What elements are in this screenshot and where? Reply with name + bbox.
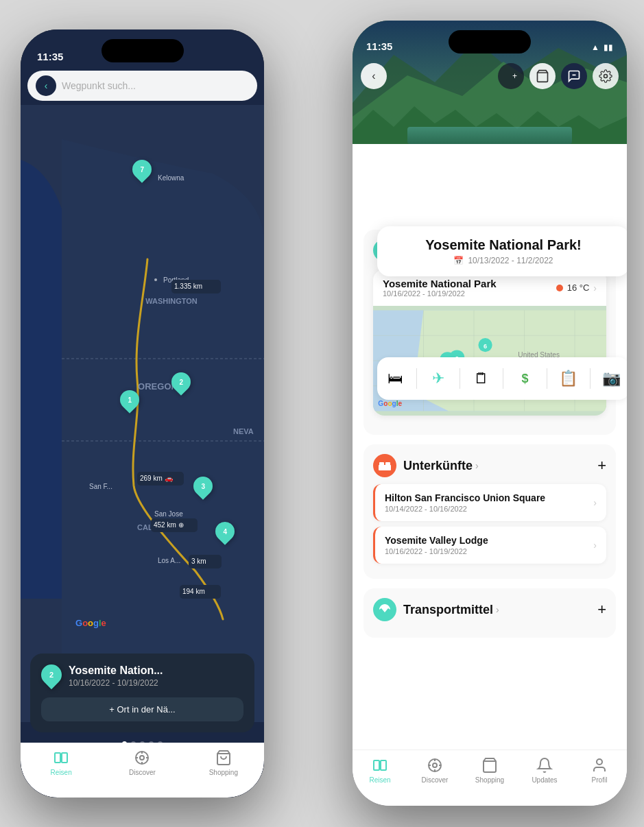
map-pin-7[interactable]: 7 (132, 160, 152, 179)
updates-icon-right (536, 757, 553, 774)
profil-icon-right (591, 757, 608, 774)
shopping-icon-left (215, 750, 232, 766)
cart-button[interactable] (529, 63, 556, 89)
transport-title: Transportmittel (403, 603, 493, 617)
svg-text:Los A...: Los A... (158, 557, 180, 564)
back-button-right[interactable]: ‹ (361, 63, 387, 89)
moon-plus-button[interactable]: + (498, 63, 524, 89)
svg-text:1.335 km: 1.335 km (174, 283, 202, 290)
svg-text:6: 6 (484, 343, 487, 350)
right-scroll-content[interactable]: Yosemite National Park! 📅 10/13/2022 - 1… (353, 21, 627, 750)
map-pin-1[interactable]: 1 (120, 390, 139, 409)
nav-label-shopping-right: Shopping (475, 776, 504, 784)
nav-label-profil-right: Profil (592, 776, 608, 784)
svg-text:Kelowna: Kelowna (158, 174, 184, 182)
svg-point-69 (433, 763, 437, 767)
svg-text:3 km: 3 km (191, 558, 206, 565)
nav-item-profil-right[interactable]: Profil (572, 757, 627, 784)
svg-text:452 km ⊕: 452 km ⊕ (154, 521, 184, 529)
search-input-left[interactable]: Wegpunkt such... (62, 80, 136, 91)
dynamic-island-left (102, 39, 184, 62)
svg-text:+: + (512, 71, 517, 81)
nav-label-discover-left: Discover (129, 769, 156, 776)
top-bar-icons: + (498, 63, 619, 89)
nav-label-updates-right: Updates (532, 776, 557, 784)
svg-text:NEVA: NEVA (233, 427, 254, 435)
accommodation-2-info: Yosemite Valley Lodge 10/16/2022 - 10/19… (385, 535, 488, 555)
icons-toolbar: 🛏 ✈ 🗒 $ 📋 📷 (377, 357, 627, 400)
accommodations-section: Unterkünfte › + Hilton San Francisco Uni… (363, 444, 616, 579)
nav-item-reisen-left[interactable]: Reisen (21, 750, 102, 776)
svg-point-75 (597, 759, 602, 765)
chat-button[interactable] (561, 63, 587, 89)
status-icons-right: ▲ ▮▮ (591, 43, 613, 52)
nav-label-shopping-left: Shopping (209, 769, 238, 776)
bottom-nav-right: Reisen Discover (353, 750, 627, 806)
flight-icon-btn[interactable]: ✈ (424, 364, 453, 393)
title-card: Yosemite National Park! 📅 10/13/2022 - 1… (377, 226, 627, 276)
search-bar-left[interactable]: ‹ Wegpunkt such... (27, 71, 257, 101)
budget-icon-btn[interactable]: $ (511, 364, 540, 393)
notes-icon-btn[interactable]: 🗒 (467, 364, 496, 393)
pin-number-2: 2 (41, 664, 62, 689)
calendar-icon: 📅 (453, 256, 464, 265)
phones-container: OREGON WASHINGTON NEVA CAL Portland San … (0, 0, 644, 827)
time-right: 11:35 (366, 40, 392, 52)
weather-temp: 16 °C (567, 283, 590, 293)
nav-label-discover-right: Discover (422, 776, 449, 784)
wifi-icon: ▲ (591, 43, 599, 52)
transport-chevron: › (496, 604, 499, 615)
accommodation-1-name: Hilton San Francisco Union Square (385, 492, 545, 503)
svg-rect-65 (385, 462, 390, 466)
discover-icon-right (427, 757, 443, 774)
nav-item-reisen-right[interactable]: Reisen (353, 757, 407, 784)
accommodation-2-chevron: › (593, 540, 597, 551)
svg-point-39 (604, 75, 608, 78)
back-button-left[interactable]: ‹ (36, 75, 56, 96)
svg-point-28 (140, 756, 144, 760)
svg-rect-67 (381, 760, 386, 770)
settings-button[interactable] (593, 63, 619, 89)
battery-icon: ▮▮ (604, 43, 613, 52)
reisen-icon-right (372, 757, 388, 774)
left-phone: OREGON WASHINGTON NEVA CAL Portland San … (21, 29, 264, 798)
trip-title: Yosemite National Park! (391, 237, 616, 253)
nearby-button[interactable]: + Ort in der Nä... (41, 697, 243, 721)
nav-label-reisen-left: Reisen (51, 769, 72, 776)
accommodation-1-dates: 10/14/2022 - 10/16/2022 (385, 505, 545, 513)
shopping-icon-right (481, 757, 498, 774)
accommodation-item-1[interactable]: Hilton San Francisco Union Square 10/14/… (373, 484, 606, 521)
map-card-title: Yosemite National Park (383, 278, 497, 289)
divider-1 (416, 368, 417, 389)
map-pin-2[interactable]: 2 (171, 372, 191, 392)
nav-item-discover-right[interactable]: Discover (407, 757, 462, 784)
nav-label-reisen-right: Reisen (369, 776, 390, 784)
svg-text:269 km 🚗: 269 km 🚗 (140, 474, 174, 483)
weather-dot (556, 285, 563, 291)
accommodation-item-2[interactable]: Yosemite Valley Lodge 10/16/2022 - 10/19… (373, 527, 606, 564)
map-pin-3[interactable]: 3 (193, 477, 213, 496)
map-pin-4[interactable]: 4 (215, 522, 235, 541)
nav-item-discover-left[interactable]: Discover (102, 750, 182, 776)
nav-item-shopping-right[interactable]: Shopping (462, 757, 517, 784)
bottom-card-left: 2 Yosemite Nation... 10/16/2022 - 10/19/… (30, 654, 254, 732)
right-top-bar: ‹ + (353, 58, 627, 95)
accommodations-chevron: › (475, 460, 479, 471)
photos-icon-btn[interactable]: 📷 (597, 364, 626, 393)
svg-text:Google: Google (75, 618, 106, 628)
trip-dates: 📅 10/13/2022 - 11/2/2022 (391, 256, 616, 265)
transport-plus[interactable]: + (597, 601, 606, 619)
map-card-dates: 10/16/2022 - 10/19/2022 (383, 289, 497, 298)
docs-icon-btn[interactable]: 📋 (554, 364, 583, 393)
divider-2 (460, 368, 460, 389)
location-info: 2 Yosemite Nation... 10/16/2022 - 10/19/… (41, 664, 243, 689)
accommodation-2-name: Yosemite Valley Lodge (385, 535, 488, 546)
accommodation-icon-btn[interactable]: 🛏 (381, 364, 409, 393)
nav-item-updates-right[interactable]: Updates (517, 757, 572, 784)
accommodations-plus[interactable]: + (597, 457, 606, 475)
nav-item-shopping-left[interactable]: Shopping (183, 750, 264, 776)
map-card-header-right: 16 °C › (556, 283, 597, 293)
accommodations-title: Unterkünfte (403, 459, 473, 473)
divider-4 (547, 368, 547, 389)
right-phone: 11:35 ▲ ▮▮ ‹ + (353, 21, 627, 806)
